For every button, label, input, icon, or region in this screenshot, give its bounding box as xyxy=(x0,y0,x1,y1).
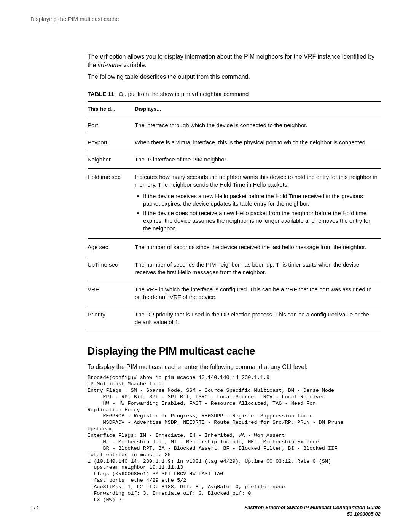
running-header: Displaying the PIM multicast cache xyxy=(30,15,119,23)
intro-para-2: The following table describes the output… xyxy=(88,73,381,81)
text: The xyxy=(88,53,100,60)
col-field: This field... xyxy=(88,101,135,117)
output-fields-table: This field... Displays... Port The inter… xyxy=(88,101,381,331)
doc-info: FastIron Ethernet Switch IP Multicast Co… xyxy=(244,504,381,518)
table-row: Holdtime sec Indicates how many seconds … xyxy=(88,168,381,239)
doc-title: FastIron Ethernet Switch IP Multicast Co… xyxy=(244,505,381,510)
table-row: Priority The DR priority that is used in… xyxy=(88,306,381,331)
field-desc: When there is a virtual interface, this … xyxy=(135,134,381,151)
table-caption-text: Output from the show ip pim vrf neighbor… xyxy=(119,91,249,97)
section-intro: To display the PIM multicast cache, ente… xyxy=(88,363,381,371)
footer: 114 FastIron Ethernet Switch IP Multicas… xyxy=(30,504,381,518)
list-item: If the device does not receive a new Hel… xyxy=(143,209,378,233)
holdtime-bullets: If the device receives a new Hello packe… xyxy=(135,192,378,232)
page-number: 114 xyxy=(30,504,39,511)
field-name: UpTime sec xyxy=(88,256,135,281)
field-name: Holdtime sec xyxy=(88,168,135,239)
table-row: VRF The VRF in which the interface is co… xyxy=(88,281,381,306)
field-name: Phyport xyxy=(88,134,135,151)
doc-partnum: 53-1003085-02 xyxy=(244,511,381,518)
table-caption: TABLE 11 Output from the show ip pim vrf… xyxy=(88,90,381,98)
text: Indicates how many seconds the neighbor … xyxy=(135,174,378,188)
list-item: If the device receives a new Hello packe… xyxy=(143,192,378,208)
vrf-name-var: vrf-name xyxy=(98,62,122,68)
page: Displaying the PIM multicast cache The v… xyxy=(0,0,411,532)
table-row: Age sec The number of seconds since the … xyxy=(88,239,381,256)
field-desc: The VRF in which the interface is config… xyxy=(135,281,381,306)
content: The vrf option allows you to display inf… xyxy=(88,53,381,503)
text: variable. xyxy=(122,62,147,68)
field-desc: The number of seconds the PIM neighbor h… xyxy=(135,256,381,281)
table-header-row: This field... Displays... xyxy=(88,101,381,117)
vrf-keyword: vrf xyxy=(100,53,107,60)
table-row: Neighbor The IP interface of the PIM nei… xyxy=(88,151,381,168)
intro-para-1: The vrf option allows you to display inf… xyxy=(88,53,381,69)
field-desc: The DR priority that is used in the DR e… xyxy=(135,306,381,331)
table-row: Phyport When there is a virtual interfac… xyxy=(88,134,381,151)
table-row: UpTime sec The number of seconds the PIM… xyxy=(88,256,381,281)
section-heading: Displaying the PIM multicast cache xyxy=(88,344,381,358)
field-desc: The interface through which the device i… xyxy=(135,117,381,134)
table-row: Port The interface through which the dev… xyxy=(88,117,381,134)
cli-output: Brocade(config)# show ip pim mcache 10.1… xyxy=(88,375,381,503)
field-name: Age sec xyxy=(88,239,135,256)
table-label: TABLE 11 xyxy=(88,91,114,97)
field-name: Port xyxy=(88,117,135,134)
field-desc: Indicates how many seconds the neighbor … xyxy=(135,168,381,239)
col-displays: Displays... xyxy=(135,101,381,117)
field-desc: The number of seconds since the device r… xyxy=(135,239,381,256)
field-name: VRF xyxy=(88,281,135,306)
field-name: Neighbor xyxy=(88,151,135,168)
field-name: Priority xyxy=(88,306,135,331)
field-desc: The IP interface of the PIM neighbor. xyxy=(135,151,381,168)
